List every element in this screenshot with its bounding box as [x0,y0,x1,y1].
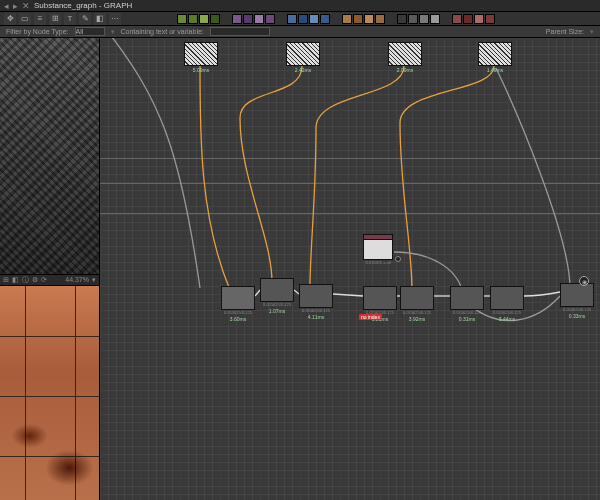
palette-swatch[interactable] [210,14,220,24]
tool-text-icon[interactable]: T [64,13,76,25]
graph-node-input[interactable]: 2.09ms [388,42,422,73]
graph-node[interactable]: 0.015625/0.1253.44ms [490,286,524,322]
graph-node-input[interactable]: 5.09ms [184,42,218,73]
gear-icon[interactable]: ⚙ [32,276,38,284]
palette-swatch[interactable] [199,14,209,24]
palette-swatch[interactable] [342,14,352,24]
palette-swatch[interactable] [298,14,308,24]
palette-swatch[interactable] [397,14,407,24]
connection-wire [100,38,600,498]
palette-swatch[interactable] [485,14,495,24]
connection-wire [100,38,600,498]
graph-node[interactable]: 0.015625/0.1253.60ms [221,286,255,322]
node-timing: 2.09ms [388,66,422,73]
node-thumbnail [400,286,434,310]
preview-2d-grayscale[interactable] [0,38,99,274]
frame-boundary [100,158,600,159]
node-output-port[interactable] [395,256,401,262]
palette-swatch[interactable] [452,14,462,24]
node-thumbnail [388,42,422,66]
tool-select-icon[interactable]: ▭ [19,13,31,25]
graph-node[interactable]: 0.015625/0.1251.07ms [260,278,294,314]
connection-wire [100,38,600,498]
graph-node[interactable]: 0.015625/0.1253.92ms [400,286,434,322]
connection-wire [100,38,600,498]
graph-node-frame[interactable]: 0.015625 = all [363,234,393,265]
connection-wire [100,38,600,498]
connection-wire [100,38,600,498]
node-timing: 0.33ms [560,312,594,319]
zoom-value: 44.37% [65,276,89,283]
palette-swatch[interactable] [463,14,473,24]
connection-wire [100,38,600,498]
node-thumbnail [260,278,294,302]
highlight-icon[interactable]: ◧ [94,13,106,25]
node-timing: 4.11ms [299,313,333,320]
palette-swatch[interactable] [364,14,374,24]
filter-type-dropdown[interactable] [75,27,105,36]
more-icon[interactable]: ⋯ [109,13,121,25]
palette-swatch[interactable] [375,14,385,24]
palette-group [397,14,440,24]
node-timing: 2.42ms [286,66,320,73]
chevron-down-icon[interactable]: ▾ [92,276,96,284]
graph-node[interactable]: 0.015625/0.1254.11ms [299,284,333,320]
palette-swatch[interactable] [188,14,198,24]
chevron-down-icon[interactable]: ▾ [590,28,594,36]
palette-group [232,14,275,24]
preview-toolbar: ⊞ ◧ ⓘ ⚙ ⟳ 44.37% ▾ [0,274,99,286]
graph-node[interactable]: 0.015625/0.1250.33ms [560,283,594,319]
graph-node[interactable]: 0.015625/0.1250.31ms [450,286,484,322]
palette-swatch[interactable] [287,14,297,24]
palette-swatch[interactable] [320,14,330,24]
node-thumbnail [478,42,512,66]
node-thumbnail [286,42,320,66]
tile-icon[interactable]: ◧ [12,276,19,284]
refresh-icon[interactable]: ⟳ [41,276,47,284]
win-expand-icon[interactable]: ▸ [13,1,18,11]
tool-align-icon[interactable]: ≡ [34,13,46,25]
node-timing: 3.60ms [221,315,255,322]
filter-text-input[interactable] [210,27,270,36]
win-collapse-icon[interactable]: ◂ [4,1,9,11]
node-graph-canvas[interactable]: 5.09ms2.42ms2.09ms1.49ms0.015625 = all0.… [100,38,600,500]
close-icon[interactable]: ✕ [22,1,30,11]
palette-swatch[interactable] [474,14,484,24]
node-error-badge: no index [359,314,382,320]
palette-swatch[interactable] [353,14,363,24]
node-subtitle: 0.015625 = all [363,260,393,265]
node-timing: 1.07ms [260,307,294,314]
preview-2d-color[interactable] [0,286,99,500]
palette-swatch[interactable] [254,14,264,24]
connection-wire [100,38,600,498]
palette-group [287,14,330,24]
palette-swatch[interactable] [265,14,275,24]
channel-icon[interactable]: ⊞ [3,276,9,284]
brush-icon[interactable]: ✎ [79,13,91,25]
node-body [363,240,393,260]
palette-swatch[interactable] [232,14,242,24]
palette-swatch[interactable] [430,14,440,24]
palette-swatch[interactable] [243,14,253,24]
tool-hand-icon[interactable]: ✥ [4,13,16,25]
node-thumbnail [299,284,333,308]
info-icon[interactable]: ⓘ [22,275,29,285]
palette-group [342,14,385,24]
node-subtitle: 0.015625/0.125 [299,308,333,313]
preview-panel: ⊞ ◧ ⓘ ⚙ ⟳ 44.37% ▾ [0,38,100,500]
node-subtitle: 0.015625/0.125 [400,310,434,315]
palette-swatch[interactable] [408,14,418,24]
palette-swatch[interactable] [309,14,319,24]
palette-swatch[interactable] [419,14,429,24]
graph-node-input[interactable]: 2.42ms [286,42,320,73]
node-thumbnail [184,42,218,66]
noise-texture-preview [0,38,99,274]
graph-node[interactable]: 0.015625/0.1251.21msno index [363,286,397,322]
node-timing: 3.44ms [490,315,524,322]
tool-arrange-icon[interactable]: ⊞ [49,13,61,25]
filter-type-label: Filter by Node Type: [6,28,69,35]
node-timing: 3.92ms [400,315,434,322]
graph-node-input[interactable]: 1.49ms [478,42,512,73]
palette-swatch[interactable] [177,14,187,24]
output-marker-icon[interactable]: ◉ [579,276,589,286]
